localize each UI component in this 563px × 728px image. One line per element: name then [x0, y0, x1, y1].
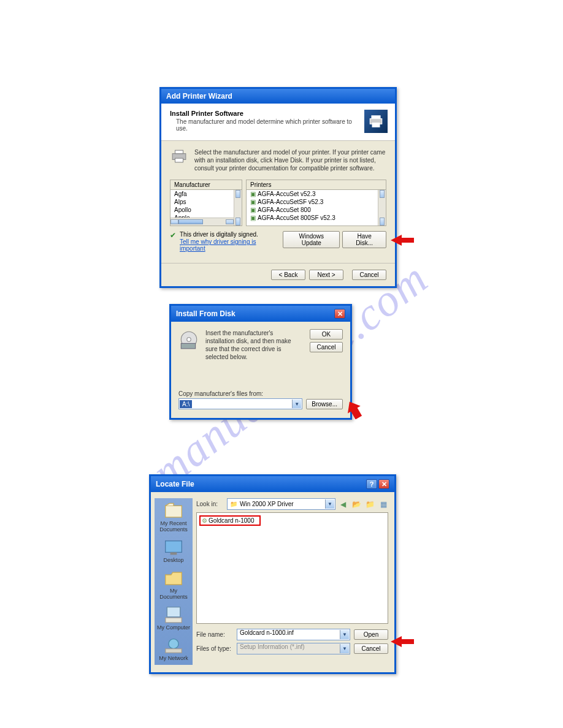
sidebar-recent[interactable]: My Recent Documents — [156, 502, 191, 533]
titlebar: Install From Disk ✕ — [171, 306, 350, 322]
cancel-button[interactable]: Cancel — [352, 270, 386, 280]
printers-list[interactable]: ▣AGFA-AccuSet v52.3 ▣AGFA-AccuSetSF v52.… — [246, 189, 386, 226]
scrollbar-vertical[interactable] — [378, 190, 386, 226]
signed-text: This driver is digitally signed. — [180, 231, 258, 238]
manufacturer-list[interactable]: Agfa Alps Apollo Apple — [170, 189, 242, 226]
next-button[interactable]: Next > — [309, 270, 343, 280]
titlebar: Add Printer Wizard — [161, 89, 395, 104]
svg-rect-14 — [167, 607, 180, 617]
browse-button[interactable]: Browse... — [306, 399, 343, 409]
svg-rect-4 — [175, 150, 183, 153]
signed-check-icon: ✔ — [170, 231, 176, 252]
up-icon[interactable]: 📂 — [351, 499, 361, 509]
cancel-button[interactable]: Cancel — [310, 342, 343, 352]
filename-input[interactable]: Goldcard n-1000.inf ▼ — [237, 629, 350, 640]
list-item[interactable]: ▣AGFA-AccuSet 800 — [247, 206, 386, 214]
locate-file-dialog: Locate File ? ✕ My Recent Documents Desk… — [149, 474, 396, 674]
add-printer-wizard-dialog: Add Printer Wizard Install Printer Softw… — [159, 87, 397, 288]
path-combo[interactable]: A:\ ▼ — [178, 398, 302, 409]
svg-rect-13 — [170, 552, 177, 555]
instruction-text: Insert the manufacturer's installation d… — [205, 329, 304, 361]
chevron-down-icon[interactable]: ▼ — [292, 400, 301, 408]
titlebar: Locate File ? ✕ — [151, 476, 394, 492]
scrollbar-horizontal[interactable] — [170, 218, 234, 226]
disk-icon — [178, 329, 199, 350]
new-folder-icon[interactable]: 📁 — [365, 499, 375, 509]
list-item[interactable]: ▣AGFA-AccuSet v52.3 — [247, 190, 386, 198]
filename-label: File name: — [196, 631, 233, 638]
list-item[interactable]: Apollo — [170, 206, 242, 214]
ok-button[interactable]: OK — [310, 329, 343, 339]
help-icon[interactable]: ? — [366, 479, 377, 489]
copy-from-label: Copy manufacturer's files from: — [178, 390, 343, 397]
svg-marker-6 — [391, 235, 414, 246]
titlebar-text: Add Printer Wizard — [166, 92, 232, 100]
dialog-header: Install Printer Software The manufacture… — [161, 104, 395, 141]
folder-icon: 📁 — [230, 501, 237, 507]
sidebar-desktop[interactable]: Desktop — [163, 539, 183, 563]
windows-update-button[interactable]: Windows Update — [283, 231, 340, 248]
svg-rect-11 — [166, 506, 182, 517]
filetype-combo: Setup Information (*.inf) ▼ — [237, 643, 350, 654]
cancel-button[interactable]: Cancel — [354, 643, 388, 654]
list-item[interactable]: ▣AGFA-AccuSetSF v52.3 — [247, 198, 386, 206]
look-in-value: Win 2000 XP Driver — [240, 501, 294, 507]
open-button[interactable]: Open — [354, 629, 388, 640]
look-in-label: Look in: — [196, 501, 224, 507]
file-item-selected[interactable]: ⚙Goldcard n-1000 — [199, 515, 261, 526]
computer-icon — [164, 606, 183, 623]
sidebar-my-computer[interactable]: My Computer — [157, 606, 190, 631]
titlebar-text: Locate File — [156, 480, 194, 488]
chevron-down-icon[interactable]: ▼ — [325, 499, 334, 509]
svg-marker-18 — [391, 636, 414, 647]
views-icon[interactable]: ▦ — [378, 499, 388, 509]
list-item[interactable]: ▣AGFA-AccuSet 800SF v52.3 — [247, 214, 386, 222]
list-item[interactable]: Alps — [170, 198, 242, 206]
svg-rect-5 — [175, 158, 183, 162]
back-icon[interactable]: ◀ — [338, 499, 348, 509]
chevron-down-icon: ▼ — [340, 644, 349, 653]
titlebar-text: Install From Disk — [176, 309, 236, 318]
filetype-label: Files of type: — [196, 645, 233, 652]
scrollbar-vertical[interactable] — [234, 190, 242, 226]
printer-small-icon — [170, 148, 188, 164]
close-icon[interactable]: ✕ — [334, 309, 345, 319]
manufacturer-header: Manufacturer — [170, 180, 242, 189]
svg-marker-10 — [347, 400, 365, 419]
back-button[interactable]: < Back — [271, 270, 305, 280]
folder-icon — [164, 569, 183, 586]
places-sidebar: My Recent Documents Desktop My Documents… — [155, 498, 193, 665]
svg-point-8 — [187, 338, 191, 341]
have-disk-button[interactable]: Have Disk... — [342, 231, 386, 248]
svg-rect-12 — [166, 540, 182, 552]
desktop-icon — [164, 539, 183, 556]
inf-file-icon: ⚙ — [202, 517, 207, 524]
sidebar-my-documents[interactable]: My Documents — [156, 569, 191, 600]
header-title: Install Printer Software — [170, 110, 364, 117]
install-from-disk-dialog: Install From Disk ✕ Insert the manufactu… — [169, 304, 352, 420]
path-value: A:\ — [180, 400, 192, 408]
instruction-text: Select the manufacturer and model of you… — [194, 148, 386, 172]
chevron-down-icon[interactable]: ▼ — [340, 630, 349, 639]
close-icon[interactable]: ✕ — [378, 479, 389, 489]
svg-rect-0 — [371, 115, 380, 118]
svg-rect-9 — [181, 343, 195, 349]
sidebar-my-network[interactable]: My Network — [159, 637, 188, 661]
svg-rect-15 — [166, 618, 182, 623]
recent-docs-icon — [164, 502, 183, 519]
header-subtitle: The manufacturer and model determine whi… — [176, 118, 364, 132]
svg-rect-17 — [166, 648, 182, 653]
svg-rect-2 — [372, 123, 380, 127]
file-list[interactable]: ⚙Goldcard n-1000 — [196, 512, 388, 624]
list-item[interactable]: Agfa — [170, 190, 242, 198]
svg-point-16 — [169, 639, 178, 648]
signing-help-link[interactable]: Tell me why driver signing is important — [180, 238, 283, 252]
printers-header: Printers — [246, 180, 386, 189]
look-in-combo[interactable]: 📁 Win 2000 XP Driver ▼ — [227, 498, 335, 510]
network-icon — [164, 637, 183, 654]
printer-icon — [364, 110, 388, 133]
